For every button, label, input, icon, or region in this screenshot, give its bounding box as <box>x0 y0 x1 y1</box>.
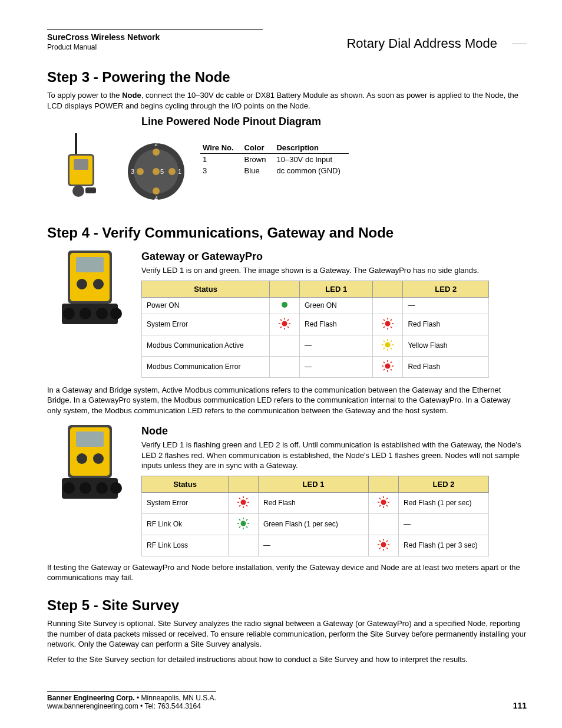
svg-line-110 <box>386 541 388 542</box>
svg-text:3: 3 <box>131 168 134 175</box>
svg-line-33 <box>280 327 282 328</box>
svg-point-9 <box>153 187 160 195</box>
svg-point-69 <box>93 453 104 464</box>
svg-point-84 <box>381 499 386 505</box>
svg-line-79 <box>239 505 240 506</box>
table-row: Power ON Green ON — <box>142 297 489 314</box>
gateway-led-table: Status LED 1 LED 2 Power ON Green ON — S… <box>141 281 489 378</box>
svg-line-31 <box>287 327 289 328</box>
step5-p2: Refer to the Site Survey section for det… <box>47 654 527 665</box>
svg-line-99 <box>239 519 240 521</box>
step5-heading: Step 5 - Site Survey <box>47 597 527 614</box>
gateway-note: In a Gateway and Bridge system, Active M… <box>47 385 527 416</box>
svg-line-55 <box>391 341 392 342</box>
node-device-image-2 <box>47 420 130 512</box>
svg-point-29 <box>282 321 287 326</box>
connector-pinout-diagram: 2 4 3 1 5 <box>124 130 189 213</box>
svg-text:4: 4 <box>154 195 158 202</box>
svg-point-73 <box>96 482 108 494</box>
svg-point-102 <box>381 542 386 547</box>
svg-line-46 <box>391 319 392 321</box>
led-icon <box>369 492 399 513</box>
step5-p1: Running Site Survey is optional. Site Su… <box>47 618 527 650</box>
svg-line-53 <box>384 341 385 342</box>
svg-point-56 <box>385 363 391 368</box>
svg-rect-3 <box>74 159 88 170</box>
step4-heading: Step 4 - Verify Communications, Gateway … <box>47 225 527 241</box>
svg-line-35 <box>280 319 282 321</box>
page-footer: Banner Engineering Corp. • Minneapolis, … <box>47 691 527 710</box>
svg-point-27 <box>110 308 122 319</box>
led-icon <box>270 335 300 356</box>
pinout-table: Wire No. Color Description 1 Brown 10–30… <box>200 142 349 176</box>
svg-point-10 <box>137 168 144 175</box>
led-icon <box>369 513 399 535</box>
svg-rect-0 <box>75 133 77 157</box>
led-icon <box>270 356 300 377</box>
svg-point-25 <box>80 308 91 319</box>
led-icon <box>229 535 259 556</box>
col-color: Color <box>242 142 275 154</box>
step3-intro: To apply power to the Node, connect the … <box>47 90 527 111</box>
svg-line-97 <box>239 526 240 528</box>
svg-line-42 <box>384 327 385 328</box>
svg-rect-5 <box>85 187 96 193</box>
node-note: If testing the Gateway or GatewayPro and… <box>47 562 527 583</box>
svg-point-93 <box>241 521 246 526</box>
svg-point-68 <box>77 453 87 464</box>
svg-line-37 <box>287 319 289 321</box>
svg-line-81 <box>239 498 240 499</box>
led-icon <box>270 297 300 314</box>
section-title: Rotary Dial Address Mode <box>346 36 527 51</box>
led-icon <box>229 513 259 535</box>
table-row: RF Link Loss — Red Flash (1 per 3 sec) <box>142 535 489 556</box>
svg-line-60 <box>384 369 385 370</box>
svg-line-58 <box>391 369 392 370</box>
svg-line-88 <box>379 505 381 506</box>
pinout-heading: Line Powered Node Pinout Diagram <box>141 116 527 128</box>
page-header: SureCross Wireless Network Product Manua… <box>47 29 527 51</box>
doc-type: Product Manual <box>47 43 263 51</box>
svg-line-83 <box>246 498 247 499</box>
svg-line-51 <box>384 348 385 349</box>
svg-line-86 <box>386 505 388 506</box>
table-row: Modbus Communication Active — Yellow Fla… <box>142 335 489 356</box>
svg-line-64 <box>391 362 392 363</box>
svg-rect-67 <box>76 431 104 447</box>
col-desc: Description <box>274 142 348 154</box>
led-icon <box>373 335 403 356</box>
svg-point-47 <box>385 342 391 347</box>
svg-rect-20 <box>76 257 104 272</box>
svg-point-12 <box>153 168 160 175</box>
svg-line-77 <box>246 505 247 506</box>
led-icon <box>373 356 403 377</box>
svg-point-8 <box>153 149 160 156</box>
table-row: System Error Red Flash Red Flash (1 per … <box>142 492 489 513</box>
svg-point-38 <box>385 321 391 326</box>
node-heading: Node <box>141 425 527 437</box>
svg-line-95 <box>246 526 247 528</box>
svg-line-106 <box>379 548 381 549</box>
table-row: RF Link Ok Green Flash (1 per sec) — <box>142 513 489 535</box>
svg-point-22 <box>93 279 104 289</box>
svg-line-40 <box>391 327 392 328</box>
svg-point-71 <box>63 482 75 494</box>
svg-point-75 <box>241 499 246 505</box>
svg-text:5: 5 <box>160 168 164 175</box>
gateway-intro: Verify LED 1 is on and green. The image … <box>141 265 527 276</box>
led-icon <box>369 535 399 556</box>
led-icon <box>373 314 403 335</box>
gateway-heading: Gateway or GatewayPro <box>141 251 527 263</box>
col-wire: Wire No. <box>200 142 242 154</box>
svg-line-104 <box>386 548 388 549</box>
svg-line-49 <box>391 348 392 349</box>
node-device-image <box>47 130 112 213</box>
svg-point-72 <box>80 482 91 494</box>
product-line: SureCross Wireless Network <box>47 32 263 42</box>
table-row: 3 Blue dc common (GND) <box>200 165 349 176</box>
svg-line-44 <box>384 319 385 321</box>
svg-point-28 <box>282 302 287 308</box>
led-icon <box>229 492 259 513</box>
svg-point-24 <box>63 308 75 319</box>
svg-point-11 <box>168 168 176 175</box>
